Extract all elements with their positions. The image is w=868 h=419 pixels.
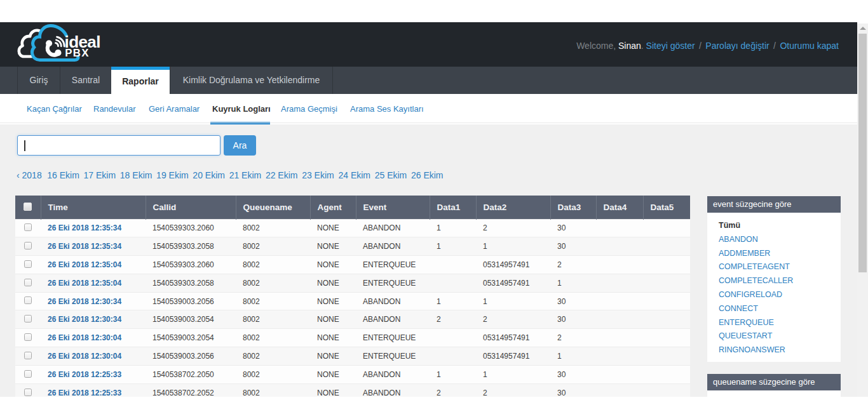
svg-text:PBX: PBX [65, 47, 89, 59]
